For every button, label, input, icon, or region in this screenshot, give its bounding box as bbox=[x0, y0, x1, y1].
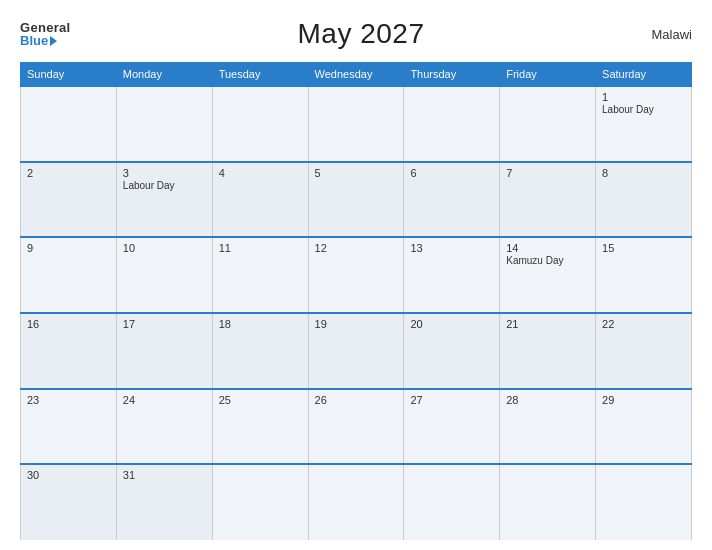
table-row bbox=[116, 86, 212, 162]
day-number: 14 bbox=[506, 242, 589, 254]
calendar-week-row: 91011121314Kamuzu Day15 bbox=[21, 237, 692, 313]
logo-blue-text: Blue bbox=[20, 34, 57, 47]
table-row: 10 bbox=[116, 237, 212, 313]
day-number: 12 bbox=[315, 242, 398, 254]
table-row: 25 bbox=[212, 389, 308, 465]
table-row: 30 bbox=[21, 464, 117, 540]
holiday-label: Labour Day bbox=[602, 104, 685, 115]
day-number: 4 bbox=[219, 167, 302, 179]
table-row: 12 bbox=[308, 237, 404, 313]
day-number: 31 bbox=[123, 469, 206, 481]
day-number: 24 bbox=[123, 394, 206, 406]
table-row bbox=[212, 86, 308, 162]
header: General Blue May 2027 Malawi bbox=[20, 18, 692, 50]
logo-triangle-icon bbox=[50, 36, 57, 46]
day-number: 29 bbox=[602, 394, 685, 406]
day-number: 3 bbox=[123, 167, 206, 179]
calendar-week-row: 16171819202122 bbox=[21, 313, 692, 389]
calendar-title: May 2027 bbox=[298, 18, 425, 50]
table-row: 7 bbox=[500, 162, 596, 238]
table-row: 26 bbox=[308, 389, 404, 465]
day-number: 17 bbox=[123, 318, 206, 330]
table-row: 4 bbox=[212, 162, 308, 238]
table-row: 9 bbox=[21, 237, 117, 313]
table-row: 8 bbox=[596, 162, 692, 238]
table-row: 22 bbox=[596, 313, 692, 389]
day-number: 25 bbox=[219, 394, 302, 406]
table-row bbox=[404, 86, 500, 162]
col-tuesday: Tuesday bbox=[212, 63, 308, 87]
day-number: 19 bbox=[315, 318, 398, 330]
day-number: 28 bbox=[506, 394, 589, 406]
table-row: 31 bbox=[116, 464, 212, 540]
table-row: 5 bbox=[308, 162, 404, 238]
day-number: 20 bbox=[410, 318, 493, 330]
day-number: 15 bbox=[602, 242, 685, 254]
holiday-label: Labour Day bbox=[123, 180, 206, 191]
table-row bbox=[500, 86, 596, 162]
day-number: 18 bbox=[219, 318, 302, 330]
holiday-label: Kamuzu Day bbox=[506, 255, 589, 266]
table-row: 21 bbox=[500, 313, 596, 389]
table-row: 23 bbox=[21, 389, 117, 465]
table-row bbox=[404, 464, 500, 540]
table-row: 29 bbox=[596, 389, 692, 465]
day-number: 26 bbox=[315, 394, 398, 406]
col-monday: Monday bbox=[116, 63, 212, 87]
table-row: 11 bbox=[212, 237, 308, 313]
col-friday: Friday bbox=[500, 63, 596, 87]
calendar-week-row: 23242526272829 bbox=[21, 389, 692, 465]
day-number: 8 bbox=[602, 167, 685, 179]
day-number: 10 bbox=[123, 242, 206, 254]
calendar-table: Sunday Monday Tuesday Wednesday Thursday… bbox=[20, 62, 692, 540]
table-row: 20 bbox=[404, 313, 500, 389]
day-number: 16 bbox=[27, 318, 110, 330]
table-row bbox=[21, 86, 117, 162]
col-sunday: Sunday bbox=[21, 63, 117, 87]
table-row: 19 bbox=[308, 313, 404, 389]
table-row: 13 bbox=[404, 237, 500, 313]
day-number: 30 bbox=[27, 469, 110, 481]
calendar-page: General Blue May 2027 Malawi Sunday Mond… bbox=[0, 0, 712, 550]
day-number: 21 bbox=[506, 318, 589, 330]
calendar-header-row: Sunday Monday Tuesday Wednesday Thursday… bbox=[21, 63, 692, 87]
day-number: 22 bbox=[602, 318, 685, 330]
calendar-week-row: 1Labour Day bbox=[21, 86, 692, 162]
table-row: 24 bbox=[116, 389, 212, 465]
day-number: 7 bbox=[506, 167, 589, 179]
day-number: 1 bbox=[602, 91, 685, 103]
country-label: Malawi bbox=[652, 27, 692, 42]
day-number: 6 bbox=[410, 167, 493, 179]
calendar-week-row: 23Labour Day45678 bbox=[21, 162, 692, 238]
table-row: 1Labour Day bbox=[596, 86, 692, 162]
table-row: 2 bbox=[21, 162, 117, 238]
day-number: 2 bbox=[27, 167, 110, 179]
col-thursday: Thursday bbox=[404, 63, 500, 87]
table-row: 14Kamuzu Day bbox=[500, 237, 596, 313]
table-row: 28 bbox=[500, 389, 596, 465]
table-row bbox=[308, 464, 404, 540]
table-row: 6 bbox=[404, 162, 500, 238]
calendar-week-row: 3031 bbox=[21, 464, 692, 540]
table-row: 3Labour Day bbox=[116, 162, 212, 238]
day-number: 13 bbox=[410, 242, 493, 254]
table-row: 16 bbox=[21, 313, 117, 389]
table-row: 17 bbox=[116, 313, 212, 389]
col-saturday: Saturday bbox=[596, 63, 692, 87]
day-number: 11 bbox=[219, 242, 302, 254]
col-wednesday: Wednesday bbox=[308, 63, 404, 87]
table-row bbox=[500, 464, 596, 540]
table-row: 27 bbox=[404, 389, 500, 465]
day-number: 5 bbox=[315, 167, 398, 179]
table-row: 18 bbox=[212, 313, 308, 389]
table-row bbox=[212, 464, 308, 540]
day-number: 9 bbox=[27, 242, 110, 254]
logo: General Blue bbox=[20, 21, 71, 47]
table-row bbox=[596, 464, 692, 540]
table-row: 15 bbox=[596, 237, 692, 313]
table-row bbox=[308, 86, 404, 162]
day-number: 27 bbox=[410, 394, 493, 406]
day-number: 23 bbox=[27, 394, 110, 406]
